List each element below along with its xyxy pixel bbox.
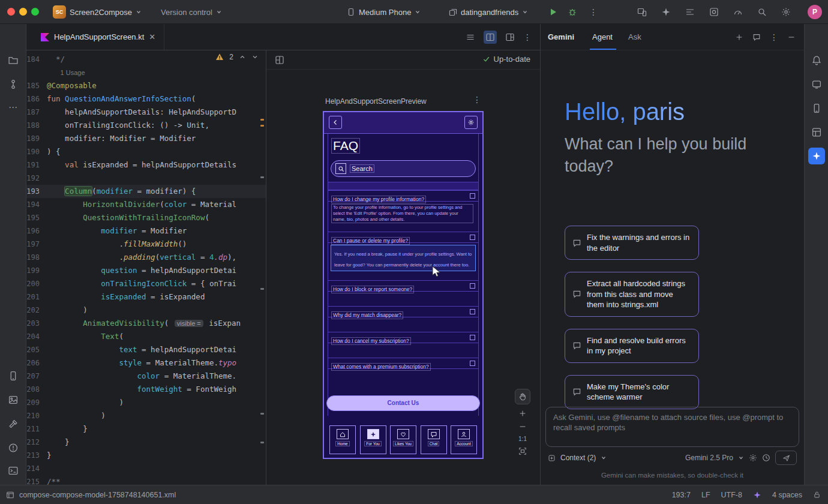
error-stripe-mark[interactable]	[260, 413, 264, 415]
history-icon[interactable]	[762, 454, 770, 462]
phone-preview: FAQ Search How do I change my profile in…	[323, 111, 484, 459]
device-mirroring-icon[interactable]	[637, 7, 647, 17]
faq-question-row: How do I block or report someone?	[328, 280, 478, 292]
code-rows[interactable]: 184 */ 1 Usage185@Composable186fun Quest…	[26, 53, 266, 485]
device-selector[interactable]: Medium Phone	[347, 0, 421, 24]
gemini-kebab-icon[interactable]: ⋮	[770, 32, 778, 42]
suggestion-card[interactable]: Fix the warnings and errors in the edito…	[565, 226, 699, 260]
zoom-out-button[interactable]	[514, 422, 532, 431]
indent-style[interactable]: 4 spaces	[772, 491, 802, 499]
next-problem-icon[interactable]	[251, 53, 259, 61]
zoom-in-button[interactable]	[514, 409, 532, 418]
gemini-input-box[interactable]	[545, 407, 799, 447]
window-close-button[interactable]	[7, 8, 15, 16]
error-stripe-mark[interactable]	[260, 288, 264, 290]
more-actions-button[interactable]: ⋮	[589, 7, 598, 17]
profiler-icon[interactable]	[733, 7, 743, 17]
project-selector[interactable]: Screen2Compose	[70, 0, 142, 24]
expand-icon	[470, 235, 475, 240]
inspection-widget[interactable]: 2	[215, 53, 259, 61]
debug-button[interactable]	[568, 7, 577, 17]
problems-tool-icon[interactable]	[8, 443, 18, 453]
zoom-actual-size-button[interactable]: 1:1	[514, 436, 532, 442]
code-editor[interactable]: 184 */ 1 Usage185@Composable186fun Quest…	[26, 50, 266, 485]
preview-name: HelpAndSupportScreenPreview	[325, 97, 427, 106]
previous-problem-icon[interactable]	[239, 53, 246, 61]
error-stripe-warning-mark[interactable]	[260, 125, 264, 127]
preview-screen-title: FAQ	[331, 138, 360, 154]
settings-icon[interactable]	[781, 7, 791, 17]
notifications-icon[interactable]	[811, 55, 821, 65]
context-selector[interactable]: Context (2)	[548, 454, 607, 462]
gemini-toolbar-icon[interactable]	[661, 7, 671, 17]
run-config-selector[interactable]: datingandfriends	[449, 0, 528, 24]
tab-agent[interactable]: Agent	[592, 32, 613, 41]
suggestion-card[interactable]: Find and resolve build errors in my proj…	[565, 329, 699, 363]
faq-answer: To change your profile information, go t…	[328, 202, 478, 226]
editor-list-icon[interactable]	[466, 32, 475, 42]
vcs-widget[interactable]: Version control	[161, 0, 222, 24]
faq-question-row: Can I pause or delete my profile?	[328, 232, 478, 243]
user-avatar[interactable]: P	[808, 5, 822, 19]
search-everywhere-icon[interactable]	[757, 7, 767, 17]
logcat-icon[interactable]	[685, 7, 695, 17]
caret-position[interactable]: 193:7	[672, 491, 691, 499]
send-button[interactable]	[775, 451, 797, 465]
faq-answer-highlighted: Yes. If you need a break, pause it under…	[331, 245, 476, 271]
lock-icon[interactable]	[813, 491, 821, 499]
more-tools-icon[interactable]: ⋯	[8, 102, 17, 113]
chat-history-icon[interactable]	[752, 33, 761, 41]
suggestion-card[interactable]: Extract all hardcoded strings from this …	[565, 272, 699, 317]
preview-toolbar: Up-to-date	[266, 50, 540, 70]
gemini-settings-icon[interactable]	[749, 454, 757, 462]
commit-tool-icon[interactable]	[8, 79, 18, 89]
error-stripe-mark[interactable]	[260, 176, 264, 178]
preview-kebab-icon[interactable]: ⋮	[473, 95, 481, 104]
window-zoom-button[interactable]	[31, 8, 39, 16]
preview-app-bar	[324, 112, 482, 134]
right-tool-stripe	[804, 24, 828, 485]
device-explorer-icon[interactable]	[811, 103, 821, 113]
gemini-stripe-button[interactable]	[808, 148, 825, 164]
faq-question-row: Why did my match disappear?	[328, 306, 478, 317]
gemini-input[interactable]	[553, 412, 791, 442]
suggestion-card[interactable]: Make my Theme's color scheme warmer	[565, 375, 699, 409]
model-selector[interactable]: Gemini 2.5 Pro	[685, 454, 733, 462]
editor-kebab-icon[interactable]: ⋮	[523, 32, 532, 42]
status-filename[interactable]: compose-compose-model-1758748140651.xml	[19, 491, 176, 499]
nav-item-chat: Chat	[421, 425, 447, 454]
sync-status: Up-to-date	[482, 55, 530, 64]
window-minimize-button[interactable]	[19, 8, 27, 16]
tab-close-icon[interactable]: ✕	[149, 32, 155, 41]
file-window-icon	[6, 491, 14, 499]
prompt-icon	[572, 233, 581, 253]
app-inspection-icon[interactable]	[709, 7, 719, 17]
layout-inspector-icon[interactable]	[811, 127, 821, 137]
faq-question-row: How do I change my profile information?	[328, 190, 478, 202]
pan-tool-button[interactable]	[515, 389, 530, 404]
tab-ask[interactable]: Ask	[628, 32, 641, 41]
hide-panel-icon[interactable]	[787, 33, 796, 41]
resource-manager-icon[interactable]	[8, 395, 18, 405]
split-editor-icon[interactable]	[484, 31, 497, 44]
preview-divider-band	[328, 182, 478, 190]
new-chat-icon[interactable]	[735, 33, 743, 41]
faq-question-row: What comes with a premium subscription?	[328, 358, 478, 369]
run-button[interactable]	[548, 7, 558, 17]
active-tab-underline	[590, 49, 616, 50]
preview-layout-switch-icon[interactable]	[275, 55, 284, 65]
running-devices-icon[interactable]	[8, 371, 18, 381]
project-tool-icon[interactable]	[8, 55, 18, 65]
ai-status-spark-icon[interactable]	[753, 491, 761, 499]
terminal-tool-icon[interactable]	[8, 466, 18, 476]
editor-tab[interactable]: HelpAndSupportScreen.kt ✕	[32, 24, 164, 50]
ai-assistant-icon[interactable]	[811, 79, 821, 89]
build-tool-icon[interactable]	[8, 419, 18, 429]
error-stripe-warning-mark[interactable]	[260, 119, 264, 121]
line-separator[interactable]: LF	[701, 491, 710, 499]
file-encoding[interactable]: UTF-8	[721, 491, 742, 499]
expand-icon	[470, 309, 475, 314]
error-stripe-mark[interactable]	[260, 442, 264, 443]
zoom-to-fit-button[interactable]	[514, 447, 532, 455]
preview-layout-icon[interactable]	[505, 32, 515, 42]
